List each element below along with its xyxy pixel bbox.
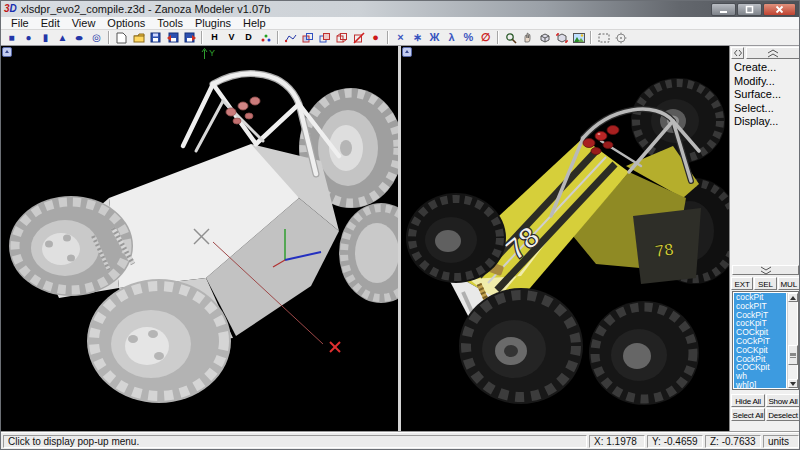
minimize-button[interactable] (711, 3, 736, 16)
mirror-tool-button[interactable]: λ (443, 31, 460, 45)
local-axes-box-icon (302, 32, 314, 44)
background-image-button[interactable] (570, 31, 587, 45)
toolbar-separator (497, 31, 499, 44)
status-bar: Click to display pop-up menu. X: 1.1978 … (1, 432, 800, 449)
main-toolbar: ■ ● ▮ ▲ ● ◎ H V D ● × ∗ Ж λ % ∅ (1, 30, 799, 46)
view-cube-button[interactable] (536, 31, 553, 45)
move-tool-button[interactable]: × (392, 31, 409, 45)
zoom-region-icon (556, 32, 568, 44)
show-all-button[interactable]: Show All (766, 394, 800, 407)
zoom-tool-icon (505, 32, 517, 44)
list-item[interactable]: wh[0] (734, 381, 786, 388)
command-display[interactable]: Display... (734, 115, 800, 129)
polyline-tool-button[interactable] (282, 31, 299, 45)
ellipsoid-primitive-button[interactable]: ● (71, 31, 88, 45)
scroll-down-button[interactable] (788, 379, 798, 388)
toggle-depth-label: D (245, 33, 252, 42)
command-create[interactable]: Create... (734, 61, 800, 75)
select-all-button[interactable]: Select All (731, 408, 765, 421)
objects-listbox: cockPit cockPIT CockPiT cocKpiT COCkpit … (732, 291, 799, 390)
render-sphere-button[interactable]: ● (367, 31, 384, 45)
world-axes-box-icon (319, 32, 331, 44)
window-title: xlsdpr_evo2_compile.z3d - Zanoza Modeler… (21, 3, 270, 15)
clay-wheel-right (339, 203, 398, 303)
detach-icon (734, 49, 742, 57)
cylinder-primitive-button[interactable]: ▮ (37, 31, 54, 45)
menu-view[interactable]: View (66, 17, 102, 29)
scroll-up-button[interactable] (788, 293, 798, 302)
viewport-menu-icon[interactable] (2, 47, 12, 57)
command-sidebar: Create... Modify... Surface... Select...… (729, 46, 800, 433)
box-primitive-button[interactable]: ■ (3, 31, 20, 45)
view-cube-icon (539, 32, 551, 44)
tab-ext[interactable]: EXT (731, 277, 753, 290)
new-file-icon (116, 32, 127, 44)
disable-tool-button[interactable]: ∅ (477, 31, 494, 45)
maximize-button[interactable] (737, 3, 762, 16)
menu-options[interactable]: Options (101, 17, 151, 29)
local-axes-box-button[interactable] (299, 31, 316, 45)
deselect-button[interactable]: Deselect (766, 408, 800, 421)
import-file-button[interactable] (164, 31, 181, 45)
command-surface[interactable]: Surface... (734, 88, 800, 102)
screen-axes-box-button[interactable] (333, 31, 350, 45)
collapse-down-button[interactable] (732, 265, 799, 275)
cone-primitive-button[interactable]: ▲ (54, 31, 71, 45)
pan-tool-button[interactable] (519, 31, 536, 45)
scroll-thumb[interactable] (788, 345, 798, 365)
status-z-coordinate: Z: -0.7633 (705, 435, 761, 448)
toggle-horizontal-label: H (211, 33, 218, 42)
toolbar-separator (201, 31, 203, 44)
tab-sel[interactable]: SEL (754, 277, 776, 290)
export-file-button[interactable] (181, 31, 198, 45)
app-icon: 3D (4, 4, 17, 14)
export-file-icon (184, 32, 196, 43)
sidebar-detach-button[interactable] (731, 47, 744, 59)
menu-edit[interactable]: Edit (35, 17, 66, 29)
toolbar-separator (277, 31, 279, 44)
list-scrollbar[interactable] (787, 293, 797, 388)
menu-tools[interactable]: Tools (151, 17, 189, 29)
axis-y-label: Y (201, 48, 215, 60)
toggle-vertical-button[interactable]: V (223, 31, 240, 45)
toggle-depth-button[interactable]: D (240, 31, 257, 45)
viewport-right[interactable]: 78 78 (401, 46, 729, 433)
rotate-tool-button[interactable]: Ж (426, 31, 443, 45)
menu-file[interactable]: File (5, 17, 35, 29)
torus-primitive-button[interactable]: ◎ (88, 31, 105, 45)
thumb-grip-icon (790, 353, 796, 358)
menu-help[interactable]: Help (237, 17, 272, 29)
scale-tool-button[interactable]: ∗ (409, 31, 426, 45)
toolbar-separator (590, 31, 592, 44)
zoom-region-button[interactable] (553, 31, 570, 45)
zoom-tool-button[interactable] (502, 31, 519, 45)
hide-all-button[interactable]: Hide All (731, 394, 765, 407)
command-select[interactable]: Select... (734, 102, 800, 116)
world-axes-box-button[interactable] (316, 31, 333, 45)
toggle-horizontal-button[interactable]: H (206, 31, 223, 45)
polyline-tool-icon (285, 33, 297, 43)
viewport-menu-icon[interactable] (402, 47, 412, 57)
open-file-button[interactable] (130, 31, 147, 45)
vertices-mode-button[interactable] (257, 31, 274, 45)
selection-rect-button[interactable] (595, 31, 612, 45)
sphere-primitive-icon: ● (25, 33, 31, 43)
orbit-view-button[interactable] (612, 31, 629, 45)
no-axes-box-button[interactable] (350, 31, 367, 45)
tab-mul[interactable]: MUL (778, 277, 800, 290)
pan-tool-icon (522, 32, 533, 43)
chevron-double-up-icon (766, 49, 780, 58)
close-button[interactable] (763, 3, 796, 16)
app-window: 3D xlsdpr_evo2_compile.z3d - Zanoza Mode… (0, 0, 800, 450)
snap-percent-button[interactable]: % (460, 31, 477, 45)
new-file-button[interactable] (113, 31, 130, 45)
menu-plugins[interactable]: Plugins (189, 17, 237, 29)
sphere-primitive-button[interactable]: ● (20, 31, 37, 45)
status-x-coordinate: X: 1.1978 (589, 435, 645, 448)
save-file-button[interactable] (147, 31, 164, 45)
command-modify[interactable]: Modify... (734, 75, 800, 89)
status-units: units (763, 435, 799, 448)
cone-primitive-icon: ▲ (58, 33, 68, 43)
collapse-up-button[interactable] (746, 47, 800, 59)
viewport-left[interactable]: Y (1, 46, 398, 433)
